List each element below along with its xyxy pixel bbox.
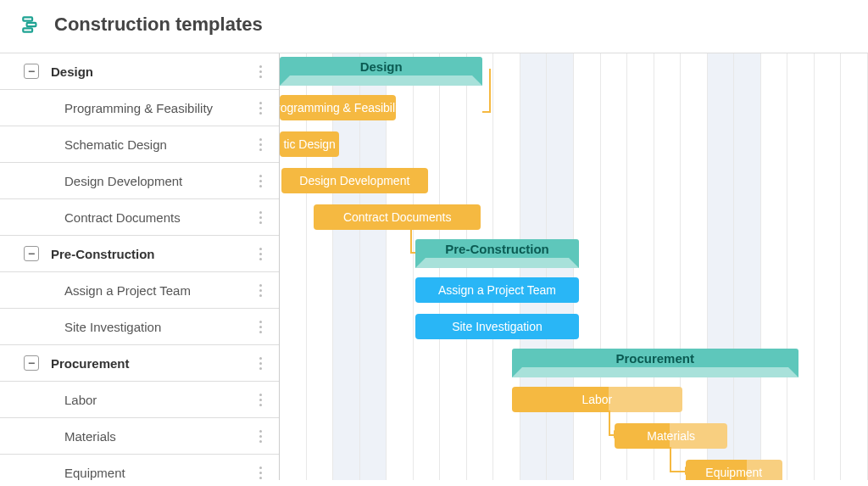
kebab-menu-icon[interactable] (252, 65, 269, 78)
gantt-bar[interactable]: Programming & Feasibility (280, 95, 396, 120)
kebab-menu-icon[interactable] (252, 211, 269, 224)
gantt-icon (20, 14, 42, 36)
gantt-bar[interactable]: Materials (615, 423, 727, 449)
kebab-menu-icon[interactable] (252, 321, 269, 333)
task-row[interactable]: Labor (0, 382, 279, 418)
task-label: Design Development (64, 174, 252, 188)
gantt-bar[interactable]: Design Development (281, 168, 428, 193)
task-label: Site Investigation (64, 320, 252, 334)
task-label: Assign a Project Team (64, 283, 252, 298)
kebab-menu-icon[interactable] (252, 466, 269, 479)
task-label: Schematic Design (64, 137, 252, 152)
task-label: Labor (64, 393, 252, 407)
task-row[interactable]: Contract Documents (0, 199, 279, 236)
task-row[interactable]: Assign a Project Team (0, 272, 279, 309)
group-label: Design (51, 64, 252, 79)
collapse-button[interactable]: − (24, 355, 39, 371)
page-title: Construction templates (54, 14, 263, 36)
svg-rect-1 (27, 23, 36, 26)
gantt-group-bar[interactable]: Design (280, 57, 482, 86)
gantt-bar[interactable]: Site Investigation (415, 314, 580, 339)
task-list: − Design Programming & Feasibility Schem… (0, 53, 280, 480)
task-row[interactable]: Schematic Design (0, 126, 279, 163)
kebab-menu-icon[interactable] (252, 102, 269, 115)
gantt-bar[interactable]: Equipment (686, 460, 782, 480)
gantt-group-bar[interactable]: Pre-Construction (415, 239, 580, 268)
group-label: Procurement (51, 356, 252, 371)
task-group-row[interactable]: − Procurement (0, 345, 279, 382)
collapse-button[interactable]: − (24, 64, 39, 79)
kebab-menu-icon[interactable] (252, 175, 269, 187)
task-label: Equipment (64, 466, 252, 480)
kebab-menu-icon[interactable] (252, 248, 269, 260)
task-label: Programming & Feasibility (64, 101, 252, 115)
gantt-bar[interactable]: Labor (512, 387, 682, 412)
task-group-row[interactable]: − Pre-Construction (0, 236, 279, 272)
kebab-menu-icon[interactable] (252, 430, 269, 443)
task-row[interactable]: Programming & Feasibility (0, 90, 279, 126)
gantt-bar[interactable]: tic Design (280, 131, 339, 157)
svg-rect-2 (23, 28, 32, 31)
collapse-button[interactable]: − (24, 246, 39, 261)
gantt-bar[interactable]: Assign a Project Team (415, 277, 580, 303)
svg-rect-0 (23, 17, 32, 20)
kebab-menu-icon[interactable] (252, 284, 269, 297)
group-label: Pre-Construction (51, 247, 252, 261)
kebab-menu-icon[interactable] (252, 357, 269, 370)
page-header: Construction templates (0, 0, 868, 53)
task-row[interactable]: Site Investigation (0, 309, 279, 345)
task-group-row[interactable]: − Design (0, 53, 279, 90)
task-row[interactable]: Materials (0, 418, 279, 455)
task-row[interactable]: Design Development (0, 163, 279, 199)
gantt-chart[interactable]: DesignProgramming & Feasibilitytic Desig… (280, 53, 868, 480)
gantt-group-bar[interactable]: Procurement (512, 349, 798, 377)
task-row[interactable]: Equipment (0, 455, 279, 486)
task-label: Materials (64, 429, 252, 444)
task-label: Contract Documents (64, 210, 252, 225)
gantt-bar[interactable]: Contract Documents (314, 204, 481, 230)
kebab-menu-icon[interactable] (252, 138, 269, 151)
kebab-menu-icon[interactable] (252, 394, 269, 406)
